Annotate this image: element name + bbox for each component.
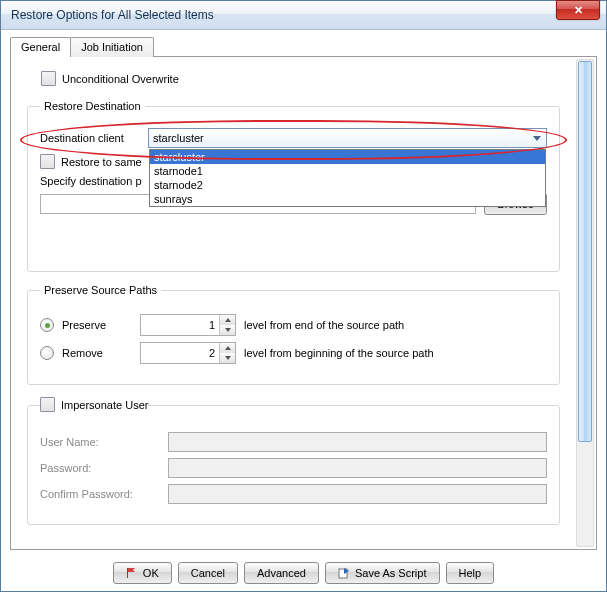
password-row: Password:	[40, 458, 547, 478]
preserve-radio[interactable]	[40, 318, 54, 332]
preserve-source-paths-legend: Preserve Source Paths	[40, 284, 161, 296]
specify-destination-path-label: Specify destination p	[40, 175, 142, 187]
chevron-down-icon	[529, 131, 544, 146]
ok-button-label: OK	[143, 567, 159, 579]
dialog-window: Restore Options for All Selected Items ✕…	[0, 0, 607, 592]
advanced-button-label: Advanced	[257, 567, 306, 579]
user-name-row: User Name:	[40, 432, 547, 452]
spin-down[interactable]	[220, 325, 235, 335]
password-input	[168, 458, 547, 478]
scrollbar-thumb[interactable]	[578, 61, 592, 442]
window-title: Restore Options for All Selected Items	[11, 8, 602, 22]
tab-job-initiation[interactable]: Job Initiation	[70, 37, 154, 57]
checkbox-icon	[41, 71, 56, 86]
confirm-password-input	[168, 484, 547, 504]
preserve-label: Preserve	[62, 319, 132, 331]
spin-down[interactable]	[220, 353, 235, 363]
destination-client-combo[interactable]: starcluster starcluster starnode1 starno…	[148, 128, 547, 148]
confirm-password-row: Confirm Password:	[40, 484, 547, 504]
close-button[interactable]: ✕	[556, 0, 600, 20]
unconditional-overwrite-label: Unconditional Overwrite	[62, 73, 179, 85]
dropdown-option[interactable]: starcluster	[150, 150, 545, 164]
remove-row: Remove level from beginning of the sourc…	[40, 342, 547, 364]
tab-general-label: General	[21, 41, 60, 53]
content-area: Unconditional Overwrite Restore Destinat…	[13, 59, 574, 547]
restore-to-same-label: Restore to same	[61, 156, 142, 168]
save-as-script-button[interactable]: Save As Script	[325, 562, 440, 584]
unconditional-overwrite-checkbox[interactable]: Unconditional Overwrite	[41, 71, 179, 86]
remove-level-input[interactable]	[141, 343, 219, 363]
footer-buttons: OK Cancel Advanced Save As Script Help	[2, 562, 605, 584]
preserve-row: Preserve level from end of the source pa…	[40, 314, 547, 336]
tab-panel-general: Unconditional Overwrite Restore Destinat…	[10, 56, 597, 550]
destination-client-label: Destination client	[40, 132, 140, 144]
restore-destination-group: Restore Destination Destination client s…	[27, 100, 560, 272]
destination-client-value: starcluster	[153, 132, 204, 144]
restore-to-same-checkbox[interactable]: Restore to same	[40, 154, 142, 169]
svg-rect-0	[127, 568, 128, 578]
cancel-button[interactable]: Cancel	[178, 562, 238, 584]
spin-up[interactable]	[220, 343, 235, 353]
tab-job-initiation-label: Job Initiation	[81, 41, 143, 53]
password-label: Password:	[40, 462, 160, 474]
help-button-label: Help	[459, 567, 482, 579]
cancel-button-label: Cancel	[191, 567, 225, 579]
client-area: General Job Initiation Unconditional Ove…	[2, 30, 605, 590]
confirm-password-label: Confirm Password:	[40, 488, 160, 500]
ok-button[interactable]: OK	[113, 562, 172, 584]
advanced-button[interactable]: Advanced	[244, 562, 319, 584]
remove-suffix: level from beginning of the source path	[244, 347, 434, 359]
save-as-script-label: Save As Script	[355, 567, 427, 579]
preserve-level-spin[interactable]	[140, 314, 236, 336]
dropdown-option[interactable]: starnode2	[150, 178, 545, 192]
flag-icon	[126, 567, 138, 579]
preserve-source-paths-group: Preserve Source Paths Preserve level fro…	[27, 284, 560, 385]
spin-up[interactable]	[220, 315, 235, 325]
user-name-label: User Name:	[40, 436, 160, 448]
destination-client-row: Destination client starcluster starclust…	[40, 128, 547, 148]
scrollbar-vertical[interactable]	[576, 59, 594, 547]
checkbox-icon	[40, 154, 55, 169]
remove-level-spin[interactable]	[140, 342, 236, 364]
help-button[interactable]: Help	[446, 562, 495, 584]
restore-destination-legend: Restore Destination	[40, 100, 145, 112]
impersonate-user-checkbox[interactable]: Impersonate User	[40, 397, 148, 412]
dropdown-option[interactable]: sunrays	[150, 192, 545, 206]
spin-buttons	[219, 343, 235, 363]
remove-label: Remove	[62, 347, 132, 359]
user-name-input	[168, 432, 547, 452]
impersonate-user-legend: Impersonate User	[61, 399, 148, 411]
impersonate-user-group: Impersonate User User Name: Password: Co…	[27, 397, 560, 525]
title-bar: Restore Options for All Selected Items ✕	[1, 1, 606, 30]
tab-bar: General Job Initiation	[10, 36, 153, 56]
remove-radio[interactable]	[40, 346, 54, 360]
close-icon: ✕	[574, 4, 583, 17]
spin-buttons	[219, 315, 235, 335]
destination-client-dropdown: starcluster starnode1 starnode2 sunrays	[149, 149, 546, 207]
save-script-icon	[338, 567, 350, 579]
tab-general[interactable]: General	[10, 37, 71, 57]
dropdown-option[interactable]: starnode1	[150, 164, 545, 178]
checkbox-icon	[40, 397, 55, 412]
preserve-level-input[interactable]	[141, 315, 219, 335]
preserve-suffix: level from end of the source path	[244, 319, 404, 331]
